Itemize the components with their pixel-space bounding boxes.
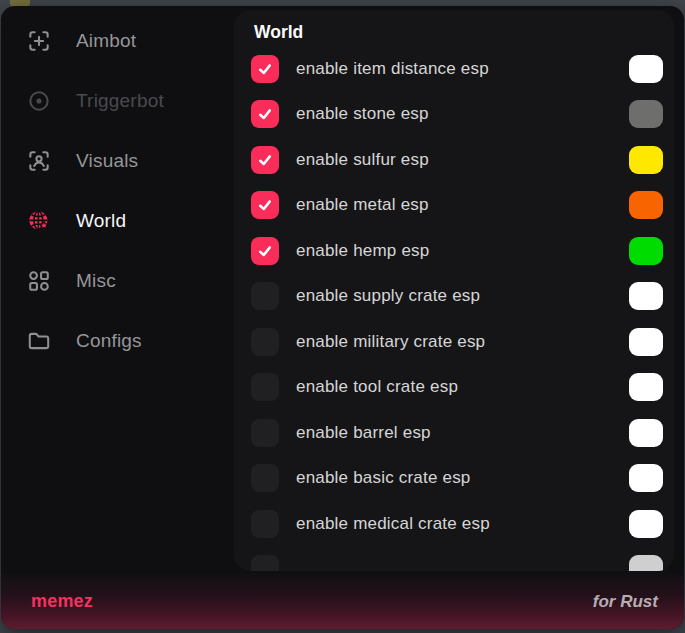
setting-label: enable supply crate esp [296, 286, 629, 306]
setting-row [234, 547, 674, 572]
setting-checkbox[interactable] [251, 100, 279, 128]
setting-row: enable supply crate esp [234, 274, 674, 320]
check-icon [257, 152, 273, 168]
color-swatch[interactable] [629, 191, 663, 219]
tagline-label: for Rust [593, 592, 658, 612]
setting-checkbox[interactable] [251, 191, 279, 219]
settings-list: enable item distance esp enable stone es… [234, 46, 674, 571]
setting-label: enable stone esp [296, 104, 629, 124]
setting-checkbox[interactable] [251, 464, 279, 492]
setting-label: enable medical crate esp [296, 514, 629, 534]
setting-checkbox[interactable] [251, 510, 279, 538]
sidebar-item-aimbot[interactable]: Aimbot [1, 11, 234, 71]
sidebar: Aimbot Triggerbot Visuals World Misc Con… [1, 6, 234, 371]
panel-title: World [254, 22, 674, 44]
footer-bar: memez for Rust [1, 574, 684, 629]
color-swatch[interactable] [629, 100, 663, 128]
setting-row: enable item distance esp [234, 46, 674, 92]
setting-row: enable barrel esp [234, 410, 674, 456]
setting-label: enable barrel esp [296, 423, 629, 443]
world-panel: World enable item distance esp enable st… [234, 10, 674, 571]
triggerbot-icon [26, 88, 52, 114]
color-swatch[interactable] [629, 464, 663, 492]
color-swatch[interactable] [629, 55, 663, 83]
color-swatch[interactable] [629, 510, 663, 538]
setting-checkbox[interactable] [251, 419, 279, 447]
setting-row: enable medical crate esp [234, 501, 674, 547]
setting-label: enable metal esp [296, 195, 629, 215]
setting-label: enable military crate esp [296, 332, 629, 352]
configs-icon [26, 328, 52, 354]
visuals-icon [26, 148, 52, 174]
setting-checkbox[interactable] [251, 555, 279, 571]
color-swatch[interactable] [629, 282, 663, 310]
sidebar-item-visuals[interactable]: Visuals [1, 131, 234, 191]
color-swatch[interactable] [629, 373, 663, 401]
setting-label: enable item distance esp [296, 59, 629, 79]
color-swatch[interactable] [629, 237, 663, 265]
check-icon [257, 197, 273, 213]
setting-checkbox[interactable] [251, 146, 279, 174]
setting-row: enable basic crate esp [234, 456, 674, 502]
misc-icon [26, 268, 52, 294]
setting-label: enable tool crate esp [296, 377, 629, 397]
color-swatch[interactable] [629, 146, 663, 174]
cheat-menu-window: Aimbot Triggerbot Visuals World Misc Con… [1, 6, 684, 629]
check-icon [257, 243, 273, 259]
setting-checkbox[interactable] [251, 237, 279, 265]
setting-checkbox[interactable] [251, 328, 279, 356]
world-icon [26, 208, 52, 234]
setting-checkbox[interactable] [251, 55, 279, 83]
setting-label: enable sulfur esp [296, 150, 629, 170]
setting-row: enable stone esp [234, 92, 674, 138]
sidebar-item-configs[interactable]: Configs [1, 311, 234, 371]
setting-label: enable basic crate esp [296, 468, 629, 488]
setting-row: enable tool crate esp [234, 365, 674, 411]
setting-row: enable hemp esp [234, 228, 674, 274]
setting-row: enable metal esp [234, 183, 674, 229]
brand-label: memez [31, 591, 93, 612]
check-icon [257, 61, 273, 77]
setting-checkbox[interactable] [251, 282, 279, 310]
setting-row: enable sulfur esp [234, 137, 674, 183]
sidebar-item-misc[interactable]: Misc [1, 251, 234, 311]
setting-row: enable military crate esp [234, 319, 674, 365]
aimbot-icon [26, 28, 52, 54]
color-swatch[interactable] [629, 555, 663, 571]
sidebar-item-triggerbot[interactable]: Triggerbot [1, 71, 234, 131]
setting-label: enable hemp esp [296, 241, 629, 261]
color-swatch[interactable] [629, 419, 663, 447]
check-icon [257, 106, 273, 122]
setting-checkbox[interactable] [251, 373, 279, 401]
sidebar-item-world[interactable]: World [1, 191, 234, 251]
color-swatch[interactable] [629, 328, 663, 356]
